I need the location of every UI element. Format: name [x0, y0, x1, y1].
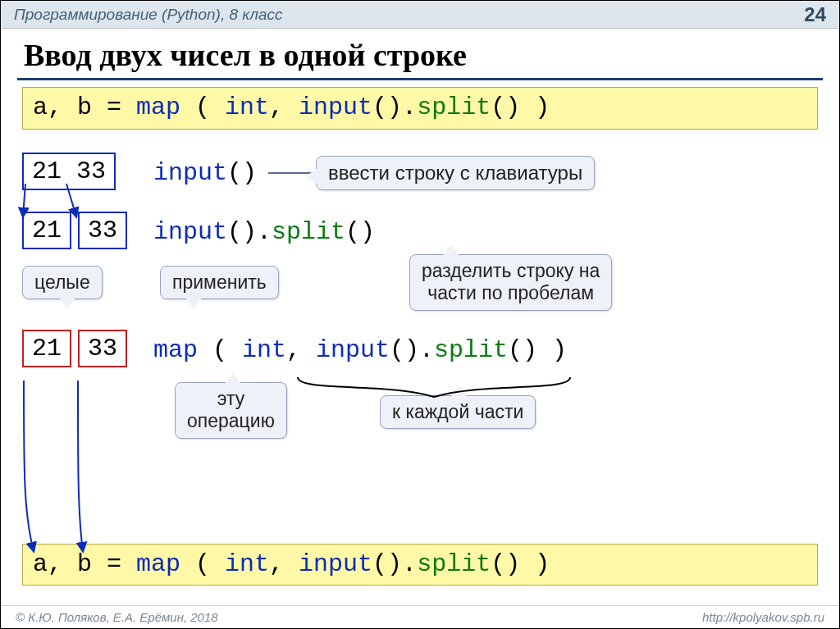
callout-whole: целые — [22, 266, 103, 300]
code-split: input().split() — [153, 218, 375, 246]
page-title: Ввод двух чисел в одной строке — [1, 29, 839, 78]
callout-op: эту операцию — [175, 382, 287, 439]
course-label: Программирование (Python), 8 класс — [14, 6, 283, 24]
callout-split-parts: разделить строку на части по пробелам — [409, 254, 612, 311]
split-box-b: 33 — [78, 212, 127, 249]
title-underline — [17, 78, 823, 80]
callout-input: ввести строку с клавиатуры — [316, 156, 595, 191]
content-area: a, b = map ( int , input (). split () ) … — [1, 87, 839, 612]
copyright: © К.Ю. Поляков, Е.А. Ерёмин, 2018 — [16, 610, 218, 624]
row-split: 21 33 input().split() — [22, 200, 818, 258]
slide: Программирование (Python), 8 класс 24 Вв… — [0, 0, 840, 629]
header-bar: Программирование (Python), 8 класс 24 — [1, 1, 839, 29]
callout-apply: применить — [160, 266, 279, 300]
annotations-row: целые применить разделить строку на част… — [22, 261, 818, 318]
source-url: http://kpolyakov.spb.ru — [702, 610, 824, 624]
split-box-a: 21 — [22, 212, 71, 249]
map-box-a: 21 — [22, 330, 71, 367]
footer: © К.Ю. Поляков, Е.А. Ерёмин, 2018 http:/… — [1, 605, 839, 628]
page-number: 24 — [804, 3, 826, 26]
row-map: 21 33 map ( int, input().split() ) — [22, 318, 818, 376]
code-input: input() — [153, 159, 257, 187]
map-box-b: 33 — [78, 330, 127, 367]
code-line-top: a, b = map ( int , input (). split () ) — [22, 87, 818, 130]
code-line-bottom: a, b = map ( int , input (). split () ) — [22, 544, 818, 586]
callout-each: к каждой части — [380, 395, 536, 430]
annotations-row-2: эту операцию к каждой части — [22, 379, 818, 458]
input-box-raw: 21 33 — [22, 153, 116, 190]
code-map: map ( int, input().split() ) — [153, 336, 567, 364]
row-input: 21 33 input() ввести строку с клавиатуры — [22, 141, 818, 197]
